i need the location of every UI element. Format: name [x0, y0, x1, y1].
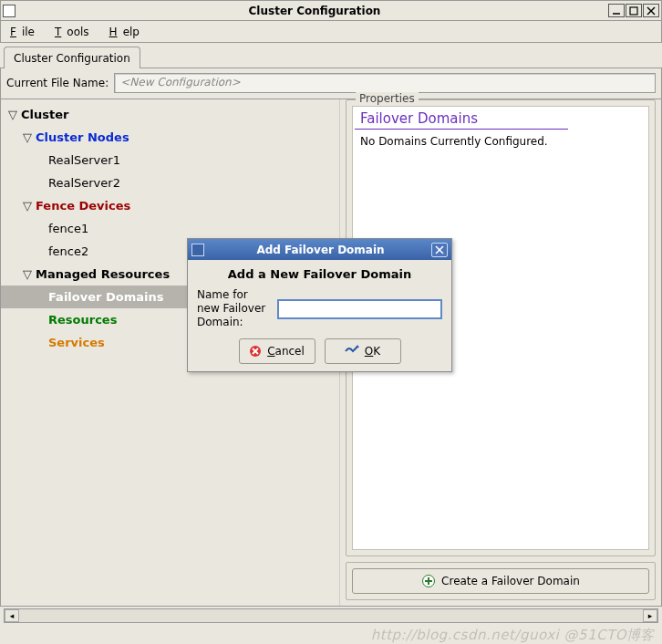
- filename-row: Current File Name: <New Configuration>: [0, 68, 662, 99]
- dialog-title: Add Failover Domain: [210, 244, 431, 256]
- filename-label: Current File Name:: [6, 77, 109, 89]
- menu-help-rest: elp: [118, 24, 145, 40]
- tree-fence-devices[interactable]: ▽Fence Devices: [1, 194, 339, 217]
- dialog-titlebar[interactable]: Add Failover Domain: [188, 239, 451, 260]
- tree-cluster-nodes[interactable]: ▽Cluster Nodes: [1, 126, 339, 149]
- window-titlebar: Cluster Configuration: [0, 0, 662, 21]
- tree-root-label: Cluster: [21, 108, 68, 121]
- tree-managed-label: Managed Resources: [36, 267, 170, 281]
- menu-help[interactable]: Help: [104, 24, 150, 40]
- dialog-close-button[interactable]: [431, 243, 448, 257]
- create-button-area: Create a Failover Domain: [346, 562, 656, 600]
- svg-rect-1: [630, 7, 637, 15]
- scroll-right-icon[interactable]: ▸: [643, 609, 657, 622]
- filename-input[interactable]: <New Configuration>: [114, 73, 656, 93]
- properties-legend: Properties: [356, 92, 419, 105]
- tree-item-label: Resources: [48, 313, 117, 327]
- dialog-window-icon: [191, 244, 204, 256]
- tab-row: Cluster Configuration: [0, 47, 662, 68]
- dialog-heading: Add a New Failover Domain: [197, 267, 442, 281]
- tree-cluster-nodes-label: Cluster Nodes: [36, 130, 129, 144]
- add-icon: [421, 574, 436, 588]
- tree-node-realserver1[interactable]: RealServer1: [1, 149, 339, 171]
- tree-node-realserver2[interactable]: RealServer2: [1, 171, 339, 194]
- create-failover-domain-button[interactable]: Create a Failover Domain: [352, 568, 649, 594]
- add-failover-domain-dialog: Add Failover Domain Add a New Failover D…: [187, 238, 452, 372]
- menu-file[interactable]: File: [5, 24, 46, 40]
- window-title: Cluster Configuration: [21, 5, 608, 17]
- tree-item-label: fence1: [48, 222, 88, 235]
- dialog-form-row: Name for new Failover Domain:: [197, 288, 442, 329]
- ok-button[interactable]: OK: [325, 338, 401, 364]
- svg-marker-12: [356, 345, 359, 348]
- menu-tools-rest: ools: [61, 24, 94, 40]
- dialog-button-row: Cancel OK: [197, 338, 442, 364]
- scroll-left-icon[interactable]: ◂: [5, 609, 19, 622]
- dialog-body: Add a New Failover Domain Name for new F…: [188, 260, 451, 371]
- window-icon: [3, 5, 16, 17]
- tree-root[interactable]: ▽Cluster: [1, 103, 339, 126]
- tab-cluster-configuration[interactable]: Cluster Configuration: [4, 47, 140, 68]
- failover-name-label: Name for new Failover Domain:: [197, 288, 272, 329]
- failover-name-input[interactable]: [277, 299, 442, 319]
- tree-item-label: RealServer2: [48, 176, 120, 190]
- tree-item-label: fence2: [48, 244, 88, 258]
- cancel-icon: [249, 345, 262, 358]
- tree-item-label: Services: [48, 336, 105, 349]
- ok-icon: [345, 345, 359, 358]
- tree-item-label: Failover Domains: [48, 290, 163, 304]
- menu-file-rest: ile: [16, 24, 40, 40]
- watermark: http://blog.csdn.net/guoxi @51CTO博客: [371, 627, 655, 644]
- tree-item-label: RealServer1: [48, 153, 120, 167]
- expand-icon[interactable]: ▽: [8, 108, 21, 121]
- expand-icon[interactable]: ▽: [23, 199, 36, 213]
- menubar: File Tools Help: [0, 21, 662, 43]
- create-button-label: Create a Failover Domain: [441, 575, 580, 587]
- tree-fence-label: Fence Devices: [36, 199, 130, 213]
- tree-fence-1[interactable]: fence1: [1, 217, 339, 240]
- maximize-button[interactable]: [626, 4, 642, 17]
- properties-empty-message: No Domains Currently Configured.: [355, 130, 646, 153]
- close-button[interactable]: [643, 4, 659, 17]
- expand-icon[interactable]: ▽: [23, 267, 36, 281]
- scrollbar-track[interactable]: [19, 609, 643, 622]
- window-controls: [608, 4, 659, 17]
- cancel-button[interactable]: Cancel: [239, 338, 315, 364]
- minimize-button[interactable]: [608, 4, 625, 17]
- properties-heading: Failover Domains: [355, 109, 568, 130]
- ok-label: OK: [365, 345, 380, 358]
- cancel-label: Cancel: [267, 345, 305, 358]
- menu-tools[interactable]: Tools: [49, 24, 100, 40]
- expand-icon[interactable]: ▽: [23, 130, 36, 144]
- horizontal-scrollbar[interactable]: ◂ ▸: [4, 608, 658, 623]
